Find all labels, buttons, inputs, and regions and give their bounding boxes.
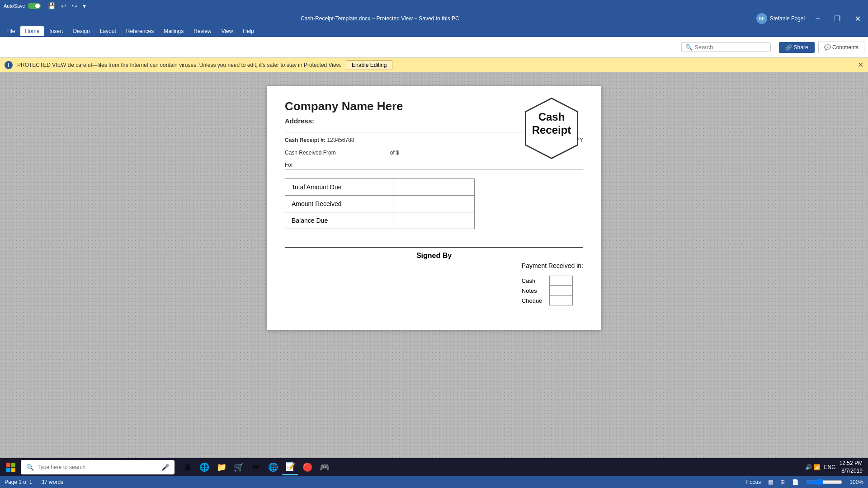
avatar: SF — [756, 13, 767, 24]
autosave-area: AutoSave — [4, 3, 41, 9]
statusbar-right: Focus ▦ ⊞ 📄 100% — [746, 479, 863, 486]
cash-received-from-label: Cash Received From — [285, 150, 336, 156]
layout-web-icon[interactable]: ⊞ — [780, 479, 785, 485]
cheque-checkbox[interactable] — [549, 296, 573, 305]
address-label: Address: — [285, 117, 314, 125]
zoom-level: 100% — [849, 479, 863, 485]
notes-label: Notes — [522, 286, 542, 296]
taskbar-app-word[interactable]: 📝 — [282, 459, 298, 475]
total-amount-due-value — [393, 179, 475, 196]
tab-insert[interactable]: Insert — [45, 26, 67, 36]
amount-received-label: Amount Received — [285, 196, 393, 212]
tab-file[interactable]: File — [2, 26, 19, 36]
table-row: Balance Due — [285, 212, 475, 229]
tab-help[interactable]: Help — [238, 26, 259, 36]
info-icon: i — [5, 61, 13, 69]
taskbar-app-chrome[interactable]: 🌐 — [265, 459, 281, 475]
tab-view[interactable]: View — [217, 26, 238, 36]
document-page: CashReceipt Company Name Here Address: C… — [267, 86, 601, 330]
cash-label: Cash — [522, 276, 542, 286]
protected-view-message: PROTECTED VIEW Be careful—files from the… — [17, 62, 341, 68]
amount-received-value — [393, 196, 475, 212]
receipt-number: 123456788 — [327, 137, 354, 143]
save-button[interactable]: 💾 — [46, 1, 57, 10]
undo-button[interactable]: ↩ — [59, 1, 68, 10]
signed-by-label: Signed By — [285, 252, 583, 260]
close-protected-bar-button[interactable]: ✕ — [858, 61, 863, 69]
user-area: SF Stefanie Fogel — [756, 13, 805, 24]
balance-due-label: Balance Due — [285, 212, 393, 229]
taskbar-time: 12:52 PM 8/7/2019 — [840, 460, 863, 475]
layout-normal-icon[interactable]: ▦ — [768, 479, 773, 485]
share-area: 🔗 Share 💬 Comments — [779, 42, 864, 53]
search-input[interactable] — [694, 44, 767, 51]
taskbar-app-mail[interactable]: ✉ — [248, 459, 264, 475]
tab-layout[interactable]: Layout — [95, 26, 121, 36]
svg-rect-3 — [6, 468, 10, 472]
close-button[interactable]: ✕ — [851, 14, 864, 24]
total-amount-due-label: Total Amount Due — [285, 179, 393, 196]
menubar: 🔍 🔗 Share 💬 Comments — [0, 37, 868, 58]
taskbar-search-icon: 🔍 — [26, 464, 34, 471]
username: Stefanie Fogel — [770, 15, 805, 22]
svg-rect-2 — [11, 463, 15, 467]
enable-editing-button[interactable]: Enable Editing — [346, 60, 392, 70]
tab-design[interactable]: Design — [68, 26, 94, 36]
taskbar-app-app1[interactable]: 🔴 — [299, 459, 316, 475]
system-tray: 🔊 📶 — [805, 464, 820, 470]
share-button[interactable]: 🔗 Share — [779, 42, 814, 53]
tab-references[interactable]: References — [122, 26, 158, 36]
svg-rect-1 — [6, 463, 10, 467]
taskbar-app-app2[interactable]: 🎮 — [316, 459, 333, 475]
page-info: Page 1 of 1 — [5, 479, 32, 485]
redo-button[interactable]: ↪ — [70, 1, 79, 10]
time-display: 12:52 PM — [840, 460, 863, 467]
taskbar: 🔍 🎤 ⊞ 🌐 📁 🛒 ✉ 🌐 📝 🔴 🎮 🔊 📶 ENG 12:52 PM 8… — [0, 458, 868, 476]
restore-button[interactable]: ❐ — [830, 14, 844, 24]
autosave-toggle[interactable] — [28, 3, 41, 9]
taskbar-app-taskview[interactable]: ⊞ — [179, 459, 195, 475]
taskbar-search-input[interactable] — [38, 464, 158, 470]
notes-checkbox[interactable] — [549, 286, 573, 296]
taskbar-app-store[interactable]: 🛒 — [231, 459, 247, 475]
protected-view-bar: i PROTECTED VIEW Be careful—files from t… — [0, 58, 868, 72]
search-icon: 🔍 — [685, 44, 693, 51]
comments-button[interactable]: 💬 Comments — [818, 42, 864, 53]
payment-section: Payment Received in: Cash Notes Cheque — [522, 262, 583, 305]
payment-labels: Cash Notes Cheque — [522, 276, 542, 305]
payment-received-in-title: Payment Received in: — [522, 262, 583, 269]
hexagon-shape: CashReceipt — [520, 97, 583, 151]
start-button[interactable] — [2, 458, 20, 476]
autosave-label: AutoSave — [4, 3, 25, 9]
taskbar-app-explorer[interactable]: 📁 — [213, 459, 230, 475]
zoom-slider[interactable] — [806, 479, 842, 486]
table-row: Amount Received — [285, 196, 475, 212]
focus-label[interactable]: Focus — [746, 479, 761, 485]
titlebar: Cash-Receipt-Template.docx – Protected V… — [0, 12, 868, 25]
receipt-number-label: Cash Receipt #: — [285, 137, 326, 143]
layout-read-icon[interactable]: 📄 — [792, 479, 799, 485]
tab-mailings[interactable]: Mailings — [159, 26, 188, 36]
statusbar: Page 1 of 1 37 words Focus ▦ ⊞ 📄 100% — [0, 476, 868, 488]
microphone-icon[interactable]: 🎤 — [161, 464, 169, 471]
taskbar-search-box[interactable]: 🔍 🎤 — [21, 460, 175, 474]
word-count: 37 words — [41, 479, 63, 485]
minimize-button[interactable]: – — [812, 14, 823, 23]
taskbar-right: 🔊 📶 ENG 12:52 PM 8/7/2019 — [805, 460, 866, 475]
titlebar-title: Cash-Receipt-Template.docx – Protected V… — [4, 15, 756, 22]
receipt-number-area: Cash Receipt #: 123456788 — [285, 137, 354, 143]
taskbar-apps: ⊞ 🌐 📁 🛒 ✉ 🌐 📝 🔴 🎮 — [179, 459, 333, 475]
tab-home[interactable]: Home — [20, 26, 44, 36]
tab-review[interactable]: Review — [189, 26, 216, 36]
hex-logo: CashReceipt — [520, 97, 583, 151]
document-area: CashReceipt Company Name Here Address: C… — [0, 72, 868, 474]
svg-rect-4 — [11, 468, 15, 472]
signed-by-section: Signed By — [285, 247, 583, 260]
customize-quick-access-button[interactable]: ▾ — [81, 1, 88, 10]
search-box[interactable]: 🔍 — [681, 42, 771, 52]
cash-checkbox[interactable] — [549, 276, 573, 286]
table-row: Total Amount Due — [285, 179, 475, 196]
balance-due-value — [393, 212, 475, 229]
for-label: For — [285, 162, 293, 168]
taskbar-app-edge[interactable]: 🌐 — [196, 459, 212, 475]
